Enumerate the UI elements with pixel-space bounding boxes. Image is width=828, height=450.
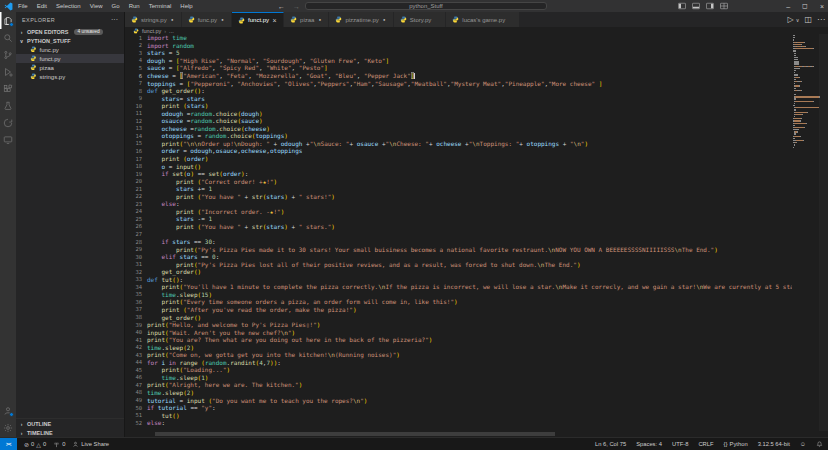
code-line-row[interactable]: 40input("Wait. Aren't you the new chef?\… — [125, 328, 792, 336]
tab-pizzatime.py[interactable]: pizzatime.py● — [329, 12, 393, 27]
encoding[interactable]: UTF-8 — [672, 441, 688, 447]
menu-terminal[interactable]: Terminal — [149, 3, 172, 9]
run-dropdown-icon[interactable]: ∨ — [796, 17, 800, 23]
line-number[interactable]: 6 — [125, 73, 147, 79]
file-item-func.py[interactable]: func.py — [16, 45, 124, 54]
folder-section[interactable]: ∨ PYTHON_STUFF — [16, 36, 124, 45]
line-number[interactable]: 21 — [125, 186, 147, 192]
toggle-sidebar-icon[interactable] — [678, 2, 686, 10]
code-line-row[interactable]: 46 time.sleep(1) — [125, 374, 792, 382]
activity-accounts-icon[interactable] — [0, 402, 16, 419]
line-number[interactable]: 18 — [125, 163, 147, 169]
line-number[interactable]: 27 — [125, 231, 147, 237]
code-line-row[interactable]: 44for i in range (random.randint(4,7)): — [125, 359, 792, 367]
code-line-row[interactable]: 48time.sleep(2) — [125, 389, 792, 397]
code-line-row[interactable]: 50if tutorial == "y": — [125, 404, 792, 412]
problems-indicator[interactable]: ⊘0 △0 — [24, 441, 46, 448]
line-number[interactable]: 45 — [125, 367, 147, 373]
line-number[interactable]: 20 — [125, 178, 147, 184]
line-number[interactable]: 35 — [125, 291, 147, 297]
command-center-search[interactable]: python_Stuff — [305, 2, 547, 11]
vertical-scrollbar[interactable] — [819, 34, 828, 431]
code-line-row[interactable]: 47print("Alright, here we are. The kitch… — [125, 381, 792, 389]
code-line-row[interactable]: 34 print("You'll have 1 minute to comple… — [125, 283, 792, 291]
file-item-funct.py[interactable]: funct.py — [16, 54, 124, 63]
code-line-row[interactable]: 33def tut(): — [125, 276, 792, 284]
activity-source-control-icon[interactable] — [0, 46, 16, 63]
code-line-row[interactable]: 1import time — [125, 34, 792, 42]
remote-indicator[interactable]: >< — [0, 438, 17, 450]
activity-live-share-icon[interactable] — [0, 114, 16, 131]
code-line-row[interactable]: 26 print ("You have " + str(stars) + " s… — [125, 223, 792, 231]
code-line-row[interactable]: 28 if stars == 30: — [125, 238, 792, 246]
line-number[interactable]: 12 — [125, 118, 147, 124]
code-content[interactable]: 1import time2import random3stars = 54dou… — [125, 34, 792, 431]
menu-help[interactable]: Help — [180, 3, 192, 9]
close-button[interactable]: × — [820, 3, 824, 10]
toggle-secondary-sidebar-icon[interactable] — [706, 2, 714, 10]
activity-settings-icon[interactable] — [0, 419, 16, 436]
code-line-row[interactable]: 23 else: — [125, 200, 792, 208]
code-line-row[interactable]: 3stars = 5 — [125, 49, 792, 57]
tab-Story.py[interactable]: Story.py● — [394, 12, 447, 27]
line-number[interactable]: 19 — [125, 171, 147, 177]
notifications-bell-icon[interactable] — [816, 441, 823, 448]
line-number[interactable]: 26 — [125, 223, 147, 229]
forward-button[interactable]: → — [293, 3, 300, 10]
code-line-row[interactable]: 11 odough =random.choice(dough) — [125, 109, 792, 117]
minimap[interactable] — [793, 35, 819, 149]
explorer-more-actions-icon[interactable]: ··· — [111, 16, 118, 23]
line-number[interactable]: 50 — [125, 405, 147, 411]
line-number[interactable]: 8 — [125, 88, 147, 94]
scrollbar-thumb[interactable] — [155, 432, 555, 436]
code-line-row[interactable]: 7toppings = ["Pepperoni", "Anchovies", "… — [125, 79, 792, 87]
code-line-row[interactable]: 31 print("Py's Pizza Pies lost all of th… — [125, 260, 792, 268]
menu-file[interactable]: File — [18, 3, 28, 9]
live-share-button[interactable]: Live Share — [72, 441, 109, 448]
code-line-row[interactable]: 38 get_order() — [125, 313, 792, 321]
file-item-strings.py[interactable]: strings.py — [16, 72, 124, 81]
activity-testing-icon[interactable] — [0, 97, 16, 114]
line-number[interactable]: 28 — [125, 239, 147, 245]
cursor-position[interactable]: Ln 6, Col 75 — [595, 441, 626, 447]
line-number[interactable]: 39 — [125, 322, 147, 328]
line-number[interactable]: 40 — [125, 329, 147, 335]
activity-explorer-icon[interactable] — [0, 12, 16, 29]
line-number[interactable]: 22 — [125, 193, 147, 199]
maximize-button[interactable]: ◻ — [802, 2, 808, 10]
activity-run-debug-icon[interactable] — [0, 63, 16, 80]
line-number[interactable]: 3 — [125, 50, 147, 56]
outline-section[interactable]: › OUTLINE — [16, 419, 124, 428]
code-line-row[interactable]: 25 stars -= 1 — [125, 215, 792, 223]
run-python-file-button[interactable]: ▷ — [788, 15, 794, 24]
code-line-row[interactable]: 20 print ("Correct order! +★!") — [125, 177, 792, 185]
code-line-row[interactable]: 27 — [125, 230, 792, 238]
breadcrumb-more[interactable]: ... — [169, 28, 174, 34]
code-line-row[interactable]: 39print("Hello, and welcome to Py's Pizz… — [125, 321, 792, 329]
line-number[interactable]: 13 — [125, 125, 147, 131]
code-line-row[interactable]: 6cheese = ["American", "Feta", "Mozzerel… — [125, 72, 792, 80]
horizontal-scrollbar[interactable] — [147, 432, 792, 436]
code-line-row[interactable]: 37 print ("After you've read the order, … — [125, 306, 792, 314]
code-line-row[interactable]: 12 osauce =random.choice(sauce) — [125, 117, 792, 125]
feedback-icon[interactable]: ☺ — [800, 441, 806, 447]
split-editor-icon[interactable]: ◫ — [804, 15, 812, 24]
line-number[interactable]: 31 — [125, 261, 147, 267]
timeline-section[interactable]: › TIMELINE — [16, 428, 124, 437]
line-number[interactable]: 37 — [125, 306, 147, 312]
code-line-row[interactable]: 29 print("Py's Pizza Pies made it to 30 … — [125, 245, 792, 253]
file-item-pizaa[interactable]: pizaa — [16, 63, 124, 72]
line-number[interactable]: 43 — [125, 352, 147, 358]
code-line-row[interactable]: 13 ocheese =random.choice(cheese) — [125, 125, 792, 133]
line-number[interactable]: 48 — [125, 389, 147, 395]
back-button[interactable]: ← — [278, 3, 285, 10]
line-number[interactable]: 25 — [125, 216, 147, 222]
breadcrumb-file[interactable]: funct.py — [142, 28, 161, 34]
ports-indicator[interactable]: 0 — [53, 441, 65, 448]
line-number[interactable]: 49 — [125, 397, 147, 403]
line-number[interactable]: 1 — [125, 35, 147, 41]
code-line-row[interactable]: 14 otoppings = random.choice(toppings) — [125, 132, 792, 140]
code-line-row[interactable]: 42time.sleep(2) — [125, 343, 792, 351]
line-number[interactable]: 23 — [125, 201, 147, 207]
code-line-row[interactable]: 21 stars += 1 — [125, 185, 792, 193]
